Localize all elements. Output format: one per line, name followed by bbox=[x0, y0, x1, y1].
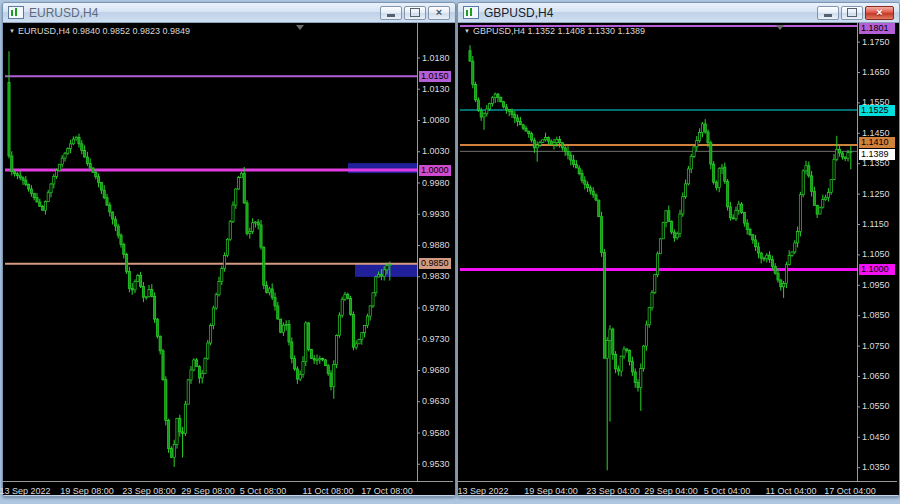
candles-group[interactable] bbox=[8, 51, 391, 467]
candle-body bbox=[201, 373, 203, 378]
close-icon: × bbox=[436, 7, 442, 18]
candle-body bbox=[757, 247, 759, 253]
candle-body bbox=[271, 289, 273, 297]
time-label: 13 Sep 2022 bbox=[0, 486, 51, 496]
candle-body bbox=[659, 239, 661, 254]
candle-body bbox=[811, 176, 813, 191]
price-tick-label: 0.9730 bbox=[422, 334, 450, 345]
price-tick-label: 0.9680 bbox=[422, 365, 450, 376]
candle-body bbox=[372, 293, 374, 306]
candle-body bbox=[369, 306, 371, 316]
candle-body bbox=[738, 204, 740, 210]
price-level-tag: 1.0150 bbox=[419, 71, 451, 82]
candle-body bbox=[42, 206, 44, 210]
candle-body bbox=[799, 195, 801, 232]
time-label: 29 Sep 04:00 bbox=[644, 486, 698, 496]
candle-body bbox=[654, 275, 656, 293]
candle-body bbox=[383, 270, 385, 276]
symbol-dropdown-icon[interactable]: ▼ bbox=[9, 28, 15, 34]
candle-body bbox=[366, 316, 368, 325]
price-tick-label: 1.0080 bbox=[422, 115, 450, 126]
candle-body bbox=[179, 418, 181, 432]
candle-body bbox=[288, 325, 290, 343]
candle-body bbox=[282, 325, 284, 332]
candle-body bbox=[114, 219, 116, 226]
candle-body bbox=[28, 185, 30, 189]
candle-body bbox=[545, 138, 547, 140]
time-label: 11 Oct 04:00 bbox=[766, 486, 817, 496]
candle-body bbox=[291, 342, 293, 359]
symbol-dropdown-icon[interactable]: ▼ bbox=[464, 28, 470, 34]
candle-body bbox=[299, 374, 301, 379]
candle-body bbox=[755, 240, 757, 247]
chart-client-gbpusd[interactable]: ▼GBPUSD,H4 1.1352 1.1408 1.1330 1.1389 1… bbox=[458, 22, 899, 495]
candle-body bbox=[503, 102, 505, 107]
candle-body bbox=[322, 358, 324, 359]
candle-body bbox=[735, 210, 737, 219]
candlestick-chart[interactable] bbox=[3, 23, 453, 482]
candle-body bbox=[16, 174, 18, 176]
candle-body bbox=[126, 254, 128, 271]
ohlc-info-line[interactable]: ▼EURUSD,H4 0.9840 0.9852 0.9823 0.9849 bbox=[9, 26, 190, 36]
price-tick-label: 1.0350 bbox=[862, 462, 890, 473]
candle-body bbox=[123, 244, 125, 254]
candles-group[interactable] bbox=[469, 45, 852, 470]
candle-body bbox=[707, 132, 709, 143]
candle-body bbox=[98, 177, 100, 183]
candle-body bbox=[187, 380, 189, 404]
candle-body bbox=[522, 125, 524, 128]
restore-button[interactable] bbox=[404, 6, 426, 20]
candle-body bbox=[662, 223, 664, 239]
level-box[interactable] bbox=[348, 163, 417, 173]
candle-body bbox=[539, 142, 541, 145]
candle-body bbox=[808, 166, 810, 176]
candle-body bbox=[330, 373, 332, 386]
chart-client-eurusd[interactable]: ▼EURUSD,H4 0.9840 0.9852 0.9823 0.9849 1… bbox=[3, 22, 455, 495]
time-label: 23 Sep 04:00 bbox=[586, 486, 640, 496]
candle-body bbox=[310, 349, 312, 358]
candle-body bbox=[727, 181, 729, 207]
candle-body bbox=[827, 192, 829, 197]
candle-body bbox=[229, 222, 231, 240]
candle-body bbox=[190, 370, 192, 380]
close-button[interactable]: × bbox=[865, 6, 894, 20]
candle-body bbox=[519, 121, 521, 124]
candle-body bbox=[165, 380, 167, 421]
close-button[interactable]: × bbox=[428, 6, 450, 20]
minimize-button[interactable] bbox=[817, 6, 839, 20]
candle-body bbox=[70, 144, 72, 149]
minimize-button[interactable] bbox=[380, 6, 402, 20]
candle-body bbox=[564, 148, 566, 151]
candle-body bbox=[11, 156, 13, 172]
candle-body bbox=[533, 140, 535, 148]
price-tick-label: 0.9830 bbox=[422, 271, 450, 282]
restore-button[interactable] bbox=[841, 6, 863, 20]
price-tick-label: 1.0750 bbox=[862, 341, 890, 352]
candle-body bbox=[207, 343, 209, 358]
candlestick-chart[interactable] bbox=[458, 23, 897, 482]
titlebar-gbpusd[interactable]: GBPUSD,H4 × bbox=[458, 3, 899, 22]
candle-body bbox=[352, 314, 354, 347]
price-level-tag: 1.1410 bbox=[859, 137, 895, 148]
price-tick-label: 0.9780 bbox=[422, 303, 450, 314]
candle-body bbox=[302, 361, 304, 374]
candle-body bbox=[542, 140, 544, 143]
candle-body bbox=[850, 151, 852, 152]
candle-body bbox=[550, 141, 552, 145]
price-tick-label: 1.1250 bbox=[862, 189, 890, 200]
candle-body bbox=[749, 229, 751, 234]
window-gbpusd: GBPUSD,H4 × ▼GBPUSD,H4 1.1352 1.1408 1.1… bbox=[457, 2, 900, 497]
candle-body bbox=[561, 143, 563, 148]
candle-body bbox=[575, 165, 577, 168]
candle-body bbox=[103, 190, 105, 198]
candle-body bbox=[232, 205, 234, 222]
candle-body bbox=[589, 188, 591, 191]
candle-body bbox=[36, 198, 38, 202]
candle-body bbox=[263, 247, 265, 286]
candle-body bbox=[819, 207, 821, 214]
candle-body bbox=[813, 191, 815, 205]
titlebar-eurusd[interactable]: EURUSD,H4 × bbox=[3, 3, 455, 22]
candle-body bbox=[145, 297, 147, 298]
ohlc-info-line[interactable]: ▼GBPUSD,H4 1.1352 1.1408 1.1330 1.1389 bbox=[464, 26, 645, 36]
candle-body bbox=[637, 383, 639, 388]
